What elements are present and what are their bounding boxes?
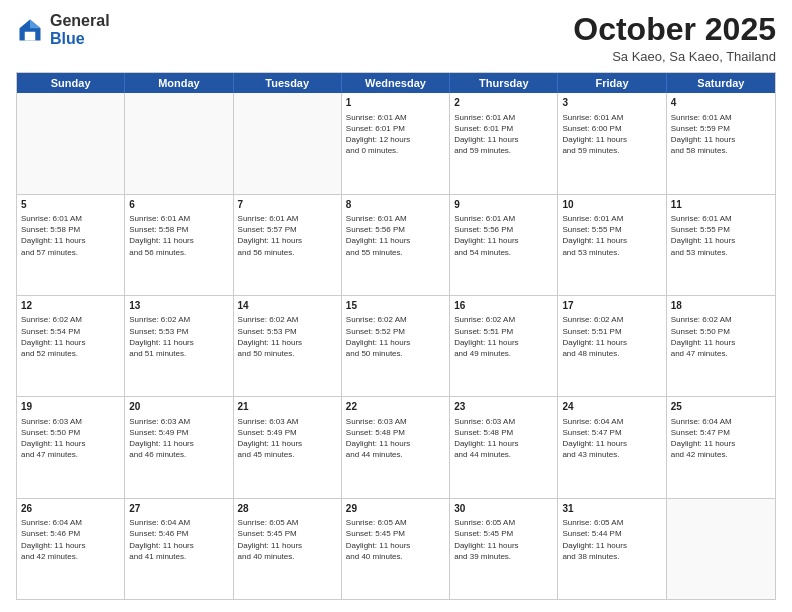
day-info: Sunrise: 6:01 AM Sunset: 6:00 PM Dayligh…: [562, 112, 661, 157]
day-info: Sunrise: 6:03 AM Sunset: 5:50 PM Dayligh…: [21, 416, 120, 461]
empty-cell-0-1: [125, 93, 233, 193]
day-cell-13: 13Sunrise: 6:02 AM Sunset: 5:53 PM Dayli…: [125, 296, 233, 396]
header: General Blue October 2025 Sa Kaeo, Sa Ka…: [16, 12, 776, 64]
day-cell-17: 17Sunrise: 6:02 AM Sunset: 5:51 PM Dayli…: [558, 296, 666, 396]
day-info: Sunrise: 6:04 AM Sunset: 5:46 PM Dayligh…: [129, 517, 228, 562]
logo-text: General Blue: [50, 12, 110, 47]
day-info: Sunrise: 6:01 AM Sunset: 5:55 PM Dayligh…: [671, 213, 771, 258]
day-cell-1: 1Sunrise: 6:01 AM Sunset: 6:01 PM Daylig…: [342, 93, 450, 193]
header-day-thursday: Thursday: [450, 73, 558, 93]
day-info: Sunrise: 6:05 AM Sunset: 5:45 PM Dayligh…: [454, 517, 553, 562]
day-cell-15: 15Sunrise: 6:02 AM Sunset: 5:52 PM Dayli…: [342, 296, 450, 396]
location: Sa Kaeo, Sa Kaeo, Thailand: [573, 49, 776, 64]
day-info: Sunrise: 6:01 AM Sunset: 5:58 PM Dayligh…: [129, 213, 228, 258]
day-number: 4: [671, 96, 771, 110]
header-day-friday: Friday: [558, 73, 666, 93]
day-cell-11: 11Sunrise: 6:01 AM Sunset: 5:55 PM Dayli…: [667, 195, 775, 295]
day-cell-26: 26Sunrise: 6:04 AM Sunset: 5:46 PM Dayli…: [17, 499, 125, 599]
day-cell-23: 23Sunrise: 6:03 AM Sunset: 5:48 PM Dayli…: [450, 397, 558, 497]
page: General Blue October 2025 Sa Kaeo, Sa Ka…: [0, 0, 792, 612]
day-cell-10: 10Sunrise: 6:01 AM Sunset: 5:55 PM Dayli…: [558, 195, 666, 295]
day-number: 29: [346, 502, 445, 516]
day-cell-24: 24Sunrise: 6:04 AM Sunset: 5:47 PM Dayli…: [558, 397, 666, 497]
day-info: Sunrise: 6:02 AM Sunset: 5:50 PM Dayligh…: [671, 314, 771, 359]
day-cell-9: 9Sunrise: 6:01 AM Sunset: 5:56 PM Daylig…: [450, 195, 558, 295]
day-info: Sunrise: 6:03 AM Sunset: 5:49 PM Dayligh…: [238, 416, 337, 461]
day-number: 15: [346, 299, 445, 313]
calendar-row-2: 5Sunrise: 6:01 AM Sunset: 5:58 PM Daylig…: [17, 194, 775, 295]
calendar-header: SundayMondayTuesdayWednesdayThursdayFrid…: [17, 73, 775, 93]
day-number: 9: [454, 198, 553, 212]
day-number: 17: [562, 299, 661, 313]
day-info: Sunrise: 6:01 AM Sunset: 5:58 PM Dayligh…: [21, 213, 120, 258]
day-number: 8: [346, 198, 445, 212]
header-day-tuesday: Tuesday: [234, 73, 342, 93]
day-number: 7: [238, 198, 337, 212]
day-number: 25: [671, 400, 771, 414]
day-info: Sunrise: 6:02 AM Sunset: 5:51 PM Dayligh…: [562, 314, 661, 359]
header-day-sunday: Sunday: [17, 73, 125, 93]
day-cell-2: 2Sunrise: 6:01 AM Sunset: 6:01 PM Daylig…: [450, 93, 558, 193]
day-number: 30: [454, 502, 553, 516]
logo: General Blue: [16, 12, 110, 47]
month-title: October 2025: [573, 12, 776, 47]
day-number: 21: [238, 400, 337, 414]
day-info: Sunrise: 6:04 AM Sunset: 5:47 PM Dayligh…: [562, 416, 661, 461]
day-info: Sunrise: 6:01 AM Sunset: 5:55 PM Dayligh…: [562, 213, 661, 258]
day-info: Sunrise: 6:03 AM Sunset: 5:48 PM Dayligh…: [346, 416, 445, 461]
day-cell-8: 8Sunrise: 6:01 AM Sunset: 5:56 PM Daylig…: [342, 195, 450, 295]
title-block: October 2025 Sa Kaeo, Sa Kaeo, Thailand: [573, 12, 776, 64]
day-info: Sunrise: 6:04 AM Sunset: 5:47 PM Dayligh…: [671, 416, 771, 461]
day-cell-29: 29Sunrise: 6:05 AM Sunset: 5:45 PM Dayli…: [342, 499, 450, 599]
calendar-body: 1Sunrise: 6:01 AM Sunset: 6:01 PM Daylig…: [17, 93, 775, 599]
day-number: 22: [346, 400, 445, 414]
day-number: 18: [671, 299, 771, 313]
day-cell-28: 28Sunrise: 6:05 AM Sunset: 5:45 PM Dayli…: [234, 499, 342, 599]
day-cell-27: 27Sunrise: 6:04 AM Sunset: 5:46 PM Dayli…: [125, 499, 233, 599]
day-info: Sunrise: 6:04 AM Sunset: 5:46 PM Dayligh…: [21, 517, 120, 562]
day-cell-5: 5Sunrise: 6:01 AM Sunset: 5:58 PM Daylig…: [17, 195, 125, 295]
calendar-row-3: 12Sunrise: 6:02 AM Sunset: 5:54 PM Dayli…: [17, 295, 775, 396]
calendar: SundayMondayTuesdayWednesdayThursdayFrid…: [16, 72, 776, 600]
day-number: 24: [562, 400, 661, 414]
day-number: 6: [129, 198, 228, 212]
day-cell-25: 25Sunrise: 6:04 AM Sunset: 5:47 PM Dayli…: [667, 397, 775, 497]
day-cell-12: 12Sunrise: 6:02 AM Sunset: 5:54 PM Dayli…: [17, 296, 125, 396]
day-number: 10: [562, 198, 661, 212]
logo-general-text: General: [50, 12, 110, 29]
day-number: 3: [562, 96, 661, 110]
day-cell-6: 6Sunrise: 6:01 AM Sunset: 5:58 PM Daylig…: [125, 195, 233, 295]
day-info: Sunrise: 6:05 AM Sunset: 5:45 PM Dayligh…: [346, 517, 445, 562]
day-number: 1: [346, 96, 445, 110]
day-number: 14: [238, 299, 337, 313]
day-cell-3: 3Sunrise: 6:01 AM Sunset: 6:00 PM Daylig…: [558, 93, 666, 193]
day-info: Sunrise: 6:01 AM Sunset: 5:57 PM Dayligh…: [238, 213, 337, 258]
day-info: Sunrise: 6:02 AM Sunset: 5:51 PM Dayligh…: [454, 314, 553, 359]
day-info: Sunrise: 6:02 AM Sunset: 5:53 PM Dayligh…: [129, 314, 228, 359]
header-day-monday: Monday: [125, 73, 233, 93]
day-cell-21: 21Sunrise: 6:03 AM Sunset: 5:49 PM Dayli…: [234, 397, 342, 497]
day-cell-31: 31Sunrise: 6:05 AM Sunset: 5:44 PM Dayli…: [558, 499, 666, 599]
day-number: 11: [671, 198, 771, 212]
day-cell-20: 20Sunrise: 6:03 AM Sunset: 5:49 PM Dayli…: [125, 397, 233, 497]
header-day-saturday: Saturday: [667, 73, 775, 93]
day-info: Sunrise: 6:05 AM Sunset: 5:45 PM Dayligh…: [238, 517, 337, 562]
day-info: Sunrise: 6:03 AM Sunset: 5:48 PM Dayligh…: [454, 416, 553, 461]
day-info: Sunrise: 6:02 AM Sunset: 5:53 PM Dayligh…: [238, 314, 337, 359]
day-info: Sunrise: 6:01 AM Sunset: 5:59 PM Dayligh…: [671, 112, 771, 157]
day-number: 27: [129, 502, 228, 516]
day-cell-22: 22Sunrise: 6:03 AM Sunset: 5:48 PM Dayli…: [342, 397, 450, 497]
svg-rect-2: [25, 31, 36, 40]
day-number: 26: [21, 502, 120, 516]
day-number: 12: [21, 299, 120, 313]
day-cell-7: 7Sunrise: 6:01 AM Sunset: 5:57 PM Daylig…: [234, 195, 342, 295]
day-number: 5: [21, 198, 120, 212]
day-info: Sunrise: 6:01 AM Sunset: 5:56 PM Dayligh…: [346, 213, 445, 258]
day-number: 28: [238, 502, 337, 516]
day-cell-16: 16Sunrise: 6:02 AM Sunset: 5:51 PM Dayli…: [450, 296, 558, 396]
calendar-row-5: 26Sunrise: 6:04 AM Sunset: 5:46 PM Dayli…: [17, 498, 775, 599]
day-number: 13: [129, 299, 228, 313]
day-info: Sunrise: 6:01 AM Sunset: 6:01 PM Dayligh…: [346, 112, 445, 157]
empty-cell-0-2: [234, 93, 342, 193]
day-cell-19: 19Sunrise: 6:03 AM Sunset: 5:50 PM Dayli…: [17, 397, 125, 497]
